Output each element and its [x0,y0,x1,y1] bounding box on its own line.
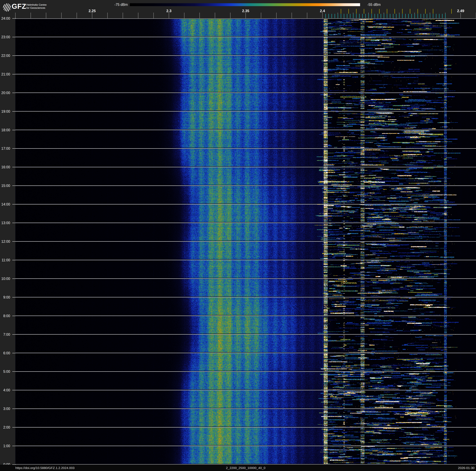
colorbar-max-label: -55 dBm [367,3,398,6]
ble-channel-tick [414,14,415,18]
time-axis-label: 18:00 [0,128,10,132]
wifi-channel-tick [425,9,426,14]
wifi-channel-tick [379,9,380,14]
frequency-tick [138,13,138,18]
spectrogram-page: GFZ Helmholtz Centre for Geosciences -75… [0,0,476,471]
frequency-axis-label: 2.3 [166,9,171,13]
doi-text: https://doi.org/10.5880/GFZ.1.2.2024.003 [15,465,74,471]
time-axis-label: 10:00 [0,276,10,281]
ble-channel-tick [335,14,335,18]
ble-channel-tick [350,14,350,18]
spectrogram-canvas [15,18,476,465]
frequency-tick [460,13,461,18]
ble-channel-tick [427,14,427,18]
wifi-channel-tick [341,9,341,14]
ble-channel-tick [359,14,360,18]
ble-channel-tick [381,14,381,18]
time-axis-label: 16:00 [0,165,10,169]
ble-channel-tick [396,14,396,18]
dataset-filename: 2_2200_2500_10000_40_0 [226,465,266,471]
ble-channel-tick [387,14,387,18]
time-axis-label: 23:00 [0,35,10,39]
ble-channel-tick [338,14,338,18]
gfz-logo-line2: for Geosciences [26,6,47,10]
ble-channel-tick [368,14,369,18]
footer-bar: https://doi.org/10.5880/GFZ.1.2.2024.003… [0,465,476,471]
ble-channel-tick [344,14,344,18]
time-axis-label: 13:00 [0,221,10,225]
wifi-channel-tick [387,9,387,14]
ble-channel-tick [408,14,409,18]
date-text: 2026-01-30 [458,465,475,471]
frequency-tick [292,13,292,18]
frequency-axis-label: 2.25 [89,9,96,13]
wifi-channel-tick [394,9,395,14]
time-axis-label: 3:00 [0,407,10,411]
time-axis-label: 5:00 [0,369,10,374]
wifi-channel-tick [418,9,418,14]
frequency-axis-label: 2.35 [242,9,249,13]
ble-channel-tick [328,14,329,18]
ble-channel-tick [418,14,418,18]
frequency-tick [46,13,46,18]
ble-channel-tick [347,14,347,18]
gfz-logo-subtitle: Helmholtz Centre for Geosciences [26,3,47,10]
time-axis-label: 6:00 [0,351,10,355]
frequency-tick [31,13,31,18]
ble-channel-tick [445,14,446,18]
colorbar-gradient [130,3,360,6]
ble-channel-tick [411,14,412,18]
ble-channel-tick [332,14,332,18]
ble-channel-tick [430,14,430,18]
ble-channel-tick [378,14,378,18]
frequency-tick [107,13,108,18]
frequency-tick [200,13,200,18]
frequency-tick [77,13,77,18]
frequency-tick [169,13,169,18]
frequency-tick [184,13,184,18]
ble-channel-tick [353,14,354,18]
frequency-tick [322,13,323,18]
frequency-tick [61,13,62,18]
colorbar-min-label: -75 dBm [109,3,128,6]
ble-channel-tick [362,14,363,18]
ble-channel-tick [402,14,403,18]
ble-channel-tick [442,14,442,18]
ble-channel-tick [372,14,372,18]
frequency-tick [153,13,154,18]
ble-channel-tick [356,14,357,18]
wifi-channel-tick [402,9,403,14]
frequency-axis-label: 2.49 [457,9,464,13]
time-axis-label: 15:00 [0,183,10,188]
gfz-logo-brand: GFZ [12,3,26,10]
ble-channel-tick [436,14,436,18]
time-axis-label: 2:00 [0,425,10,430]
ble-channel-tick [439,14,440,18]
time-axis-label: 20:00 [0,91,10,95]
ble-channel-tick [374,14,375,18]
time-axis-label: 9:00 [0,295,10,299]
wifi-channel-tick [348,9,349,14]
ble-channel-tick [341,14,341,18]
wifi-channel-tick [451,9,452,14]
time-axis-label: 24:00 [0,16,10,21]
wifi-channel-tick [410,9,410,14]
frequency-tick [246,13,246,18]
frequency-tick [230,13,230,18]
frequency-tick [92,13,92,18]
time-axis-label: 1:00 [0,444,10,448]
time-axis-label: 17:00 [0,146,10,151]
wifi-channel-tick [433,9,433,14]
time-axis-label: 21:00 [0,72,10,76]
time-axis-label: 19:00 [0,109,10,114]
frequency-tick [261,13,261,18]
wifi-channel-tick [356,9,357,14]
ble-channel-tick [433,14,433,18]
time-axis-label: 14:00 [0,202,10,206]
frequency-tick [123,13,123,18]
ble-channel-tick [384,14,384,18]
time-axis-label: 7:00 [0,332,10,337]
ble-channel-tick [405,14,406,18]
time-axis-label: 4:00 [0,388,10,392]
time-axis-label: 11:00 [0,258,10,262]
